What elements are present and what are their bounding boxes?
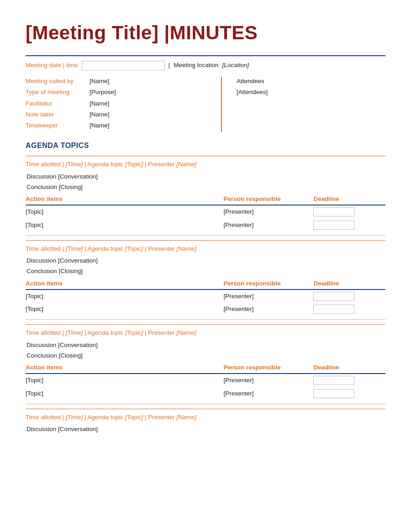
timekeeper-value: [Name] xyxy=(90,121,110,130)
table-row: [Topic] [Presenter] xyxy=(26,205,385,218)
agenda-topic-1: [Topic] xyxy=(125,245,143,252)
agenda-presenter-prefix-1: | Presenter xyxy=(143,245,176,252)
note-taker-value: [Name] xyxy=(90,110,110,119)
deadline-input[interactable] xyxy=(313,389,354,398)
info-row-facilitator: Facilitator [Name] xyxy=(26,99,210,108)
table-row: [Topic] [Presenter] xyxy=(26,303,385,316)
info-row-timekeeper: Timekeeper [Name] xyxy=(26,121,210,130)
row-deadline xyxy=(313,303,385,316)
location-value: [Location] xyxy=(222,61,249,70)
row-topic: [Topic] xyxy=(26,387,223,400)
agenda-presenter-prefix-3: | Presenter xyxy=(143,414,176,421)
agenda-divider-2 xyxy=(26,324,385,325)
row-topic: [Topic] xyxy=(26,219,223,232)
date-label: Meeting date | time xyxy=(26,61,78,70)
attendees-label: Attendees xyxy=(237,77,385,86)
page-title: [Meeting Title] |MINUTES xyxy=(26,18,385,47)
info-row-type: Type of meeting [Purpose] xyxy=(26,88,210,97)
row-presenter: [Presenter] xyxy=(223,290,313,303)
called-by-value: [Name] xyxy=(90,77,110,86)
agenda-topic-prefix-1: | Agenda topic xyxy=(83,245,125,252)
action-table-0: Action items Person responsible Deadline… xyxy=(26,195,385,232)
row-topic: [Topic] xyxy=(26,374,223,387)
deadline-input[interactable] xyxy=(313,221,354,230)
deadline-header-0: Deadline xyxy=(313,195,385,205)
agenda-presenter-2: [Name] xyxy=(177,329,197,336)
action-items-header-1: Action items xyxy=(26,279,223,290)
action-items-header-0: Action items xyxy=(26,195,223,205)
info-row-called-by: Meeting called by [Name] xyxy=(26,77,210,86)
action-table-2: Action items Person responsible Deadline… xyxy=(26,363,385,400)
deadline-input[interactable] xyxy=(313,305,354,314)
row-presenter: [Presenter] xyxy=(223,387,313,400)
agenda-time-2: [Time] xyxy=(66,329,83,336)
agenda-presenter-3: [Name] xyxy=(177,414,197,421)
agenda-conclusion-1: Conclusion [Closing] xyxy=(26,267,385,276)
row-deadline xyxy=(313,219,385,232)
agenda-conclusion-2: Conclusion [Closing] xyxy=(26,351,385,360)
row-topic: [Topic] xyxy=(26,205,223,218)
row-topic: [Topic] xyxy=(26,290,223,303)
deadline-input[interactable] xyxy=(313,292,354,301)
agenda-presenter-0: [Name] xyxy=(177,161,197,168)
deadline-input[interactable] xyxy=(313,376,354,385)
person-responsible-header-1: Person responsible xyxy=(223,279,313,290)
agenda-time-0: [Time] xyxy=(66,161,83,168)
date-input[interactable] xyxy=(82,61,165,70)
agenda-topic-prefix-0: | Agenda topic xyxy=(83,161,125,168)
agenda-conclusion-0: Conclusion [Closing] xyxy=(26,183,385,192)
agenda-discussion-0: Discussion [Conversation] xyxy=(26,172,385,181)
agenda-header-2: Time allotted | [Time] | Agenda topic [T… xyxy=(26,328,385,337)
row-presenter: [Presenter] xyxy=(223,303,313,316)
facilitator-value: [Name] xyxy=(90,99,110,108)
attendees-value: [Attendees] xyxy=(237,88,385,97)
agenda-divider-3 xyxy=(26,409,385,409)
agenda-header-prefix-0: Time allotted | xyxy=(26,161,66,168)
row-deadline xyxy=(313,290,385,303)
row-presenter: [Presenter] xyxy=(223,205,313,218)
agenda-topic-3: [Topic] xyxy=(125,414,143,421)
location-label: Meeting location xyxy=(174,61,218,70)
deadline-input[interactable] xyxy=(313,207,354,216)
separator: | xyxy=(169,61,170,70)
action-table-1: Action items Person responsible Deadline… xyxy=(26,279,385,316)
meeting-meta-row: Meeting date | time | Meeting location [… xyxy=(26,61,385,70)
agenda-header-prefix-1: Time allotted | xyxy=(26,245,66,252)
table-row: [Topic] [Presenter] xyxy=(26,219,385,232)
agenda-divider-1 xyxy=(26,240,385,241)
person-responsible-header-0: Person responsible xyxy=(223,195,313,205)
timekeeper-label: Timekeeper xyxy=(26,121,90,130)
note-taker-label: Note taker xyxy=(26,110,90,119)
type-label: Type of meeting xyxy=(26,88,90,97)
agenda-time-1: [Time] xyxy=(66,245,83,252)
row-deadline xyxy=(313,205,385,218)
agenda-divider-0 xyxy=(26,156,385,156)
agenda-header-0: Time allotted | [Time] | Agenda topic [T… xyxy=(26,160,385,169)
row-deadline xyxy=(313,387,385,400)
agenda-header-prefix-2: Time allotted | xyxy=(26,329,66,336)
called-by-label: Meeting called by xyxy=(26,77,90,86)
agenda-time-3: [Time] xyxy=(66,414,83,421)
row-presenter: [Presenter] xyxy=(223,219,313,232)
bottom-divider-1 xyxy=(26,319,385,320)
facilitator-label: Facilitator xyxy=(26,99,90,108)
agenda-topic-0: [Topic] xyxy=(125,161,143,168)
agenda-discussion-3: Discussion [Conversation] xyxy=(26,425,385,434)
agenda-presenter-1: [Name] xyxy=(177,245,197,252)
info-row-note-taker: Note taker [Name] xyxy=(26,110,210,119)
row-deadline xyxy=(313,374,385,387)
agenda-topic-prefix-2: | Agenda topic xyxy=(83,329,125,336)
table-row: [Topic] [Presenter] xyxy=(26,290,385,303)
type-value: [Purpose] xyxy=(90,88,116,97)
agenda-header-1: Time allotted | [Time] | Agenda topic [T… xyxy=(26,244,385,253)
action-items-header-2: Action items xyxy=(26,363,223,374)
info-right: Attendees [Attendees] xyxy=(222,77,385,132)
agenda-presenter-prefix-2: | Presenter xyxy=(143,329,176,336)
info-left: Meeting called by [Name] Type of meeting… xyxy=(26,77,222,132)
top-divider xyxy=(26,55,385,56)
agenda-block-0: Time allotted | [Time] | Agenda topic [T… xyxy=(26,156,385,236)
agenda-header-prefix-3: Time allotted | xyxy=(26,414,66,421)
bottom-divider-0 xyxy=(26,235,385,236)
info-section: Meeting called by [Name] Type of meeting… xyxy=(26,77,385,132)
agenda-discussion-1: Discussion [Conversation] xyxy=(26,256,385,265)
